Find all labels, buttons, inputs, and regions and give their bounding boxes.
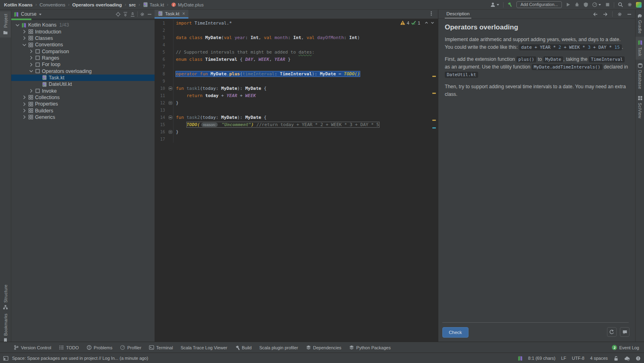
tree-item-classes[interactable]: Classes	[11, 35, 155, 41]
toolwindow-button-todo[interactable]: TODO	[59, 345, 79, 350]
breadcrumb-item-conventions[interactable]: Conventions	[39, 2, 65, 7]
tool-stripe-project[interactable]: Project	[0, 11, 11, 37]
line-separator[interactable]: LF	[561, 356, 566, 361]
highlighting-level-icon[interactable]	[636, 356, 641, 361]
settings-button[interactable]	[627, 2, 632, 7]
chevron-right-icon[interactable]	[21, 102, 27, 107]
error-stripe-mark[interactable]	[432, 93, 436, 94]
code-line[interactable]: 2	[155, 27, 438, 34]
chevron-down-icon[interactable]	[14, 23, 21, 28]
chevron-right-icon[interactable]	[28, 62, 34, 67]
tree-item-ranges[interactable]: Ranges	[11, 55, 155, 61]
breadcrumb-item-mydate-plus[interactable]: fMyDate.plus	[171, 2, 204, 7]
breadcrumb-item-task-kt[interactable]: Task.kt	[143, 2, 164, 7]
stop-button[interactable]	[605, 2, 610, 7]
chevron-down-icon[interactable]	[21, 42, 27, 48]
tree-item-introduction[interactable]: Introduction	[11, 28, 155, 35]
expand-all-icon[interactable]	[123, 12, 128, 17]
code-line[interactable]: 11 return today + YEAR + WEEK	[155, 92, 438, 99]
toolwindow-button-problems[interactable]: Problems	[87, 345, 112, 350]
breadcrumb-item-kotlin-koans[interactable]: Kotlin Koans	[4, 2, 33, 7]
file-encoding[interactable]: UTF-8	[572, 356, 584, 361]
next-task-icon[interactable]	[603, 12, 608, 17]
add-configuration-button[interactable]: Add Configuration...	[516, 1, 562, 8]
code-line[interactable]: 12}	[155, 99, 438, 106]
code-line[interactable]: 13	[155, 106, 438, 114]
tree-item-collections[interactable]: Collections	[11, 94, 155, 101]
tool-stripe-task[interactable]: Task	[636, 37, 644, 60]
tab-description[interactable]: Description	[445, 10, 471, 19]
fold-marker-icon[interactable]	[167, 87, 173, 90]
tool-window-toggle-icon[interactable]	[3, 356, 8, 361]
tool-stripe-database[interactable]: Database	[636, 60, 644, 92]
debug-button[interactable]	[574, 2, 580, 7]
code-line[interactable]: 8operator fun MyDate.plus(timeInterval: …	[155, 70, 438, 77]
code-line[interactable]: 9	[155, 77, 438, 85]
chevron-right-icon[interactable]	[28, 55, 34, 60]
tab-task-kt[interactable]: Task.kt ×	[155, 10, 188, 19]
toolwindow-button-python-packages[interactable]: Python Packages	[349, 345, 391, 350]
breadcrumb-item-src[interactable]: src	[129, 2, 136, 7]
tree-item-kotlin-koans[interactable]: Kotlin Koans1/43	[11, 22, 155, 28]
chevron-down-icon[interactable]	[28, 68, 34, 74]
status-message[interactable]: Space: Space packages are used in projec…	[12, 356, 148, 361]
fold-marker-icon[interactable]	[167, 116, 173, 119]
gear-icon[interactable]	[617, 12, 622, 17]
sync-icon[interactable]	[624, 356, 630, 361]
inspections-widget[interactable]: 4 1	[400, 20, 435, 25]
check-button[interactable]: Check	[442, 327, 469, 338]
event-log-button[interactable]: 2 Event Log	[612, 345, 639, 350]
chevron-right-icon[interactable]	[21, 114, 27, 120]
code-line[interactable]: 17	[155, 135, 438, 143]
prev-issue-icon[interactable]	[424, 21, 429, 25]
code-line[interactable]: 5// Supported intervals that might be ad…	[155, 48, 438, 56]
lock-icon[interactable]	[613, 356, 619, 361]
error-stripe-mark[interactable]	[432, 120, 436, 121]
tree-item-comparison[interactable]: Comparison	[11, 48, 155, 54]
code-line[interactable]: 14fun task2(today: MyDate): MyDate {	[155, 114, 438, 121]
next-issue-icon[interactable]	[430, 21, 435, 25]
code-line[interactable]: 16}	[155, 128, 438, 135]
tree-item-task-kt[interactable]: Task.kt	[11, 75, 155, 81]
profiler-button[interactable]	[592, 2, 601, 7]
breadcrumb-item-operators-overloading[interactable]: Operators overloading	[72, 2, 122, 7]
close-tab-icon[interactable]: ×	[182, 11, 185, 17]
chevron-right-icon[interactable]	[21, 108, 27, 113]
user-account-button[interactable]	[490, 2, 500, 7]
reset-task-button[interactable]	[607, 327, 617, 337]
tree-item-conventions[interactable]: Conventions	[11, 41, 155, 48]
code-line[interactable]: 6enum class TimeInterval { DAY, WEEK, YE…	[155, 56, 438, 63]
caret-down-icon[interactable]	[39, 12, 42, 16]
previous-task-icon[interactable]	[593, 12, 598, 17]
coverage-button[interactable]	[583, 2, 588, 7]
chevron-right-icon[interactable]	[21, 35, 27, 41]
toolwindow-button-dependencies[interactable]: Dependencies	[306, 345, 341, 350]
tool-stripe-gradle[interactable]: Gradle	[636, 10, 644, 37]
tree-item-properties[interactable]: Properties	[11, 101, 155, 107]
locate-file-icon[interactable]	[116, 12, 121, 17]
search-everywhere-button[interactable]	[618, 2, 623, 8]
fold-marker-icon[interactable]	[167, 130, 173, 134]
run-button[interactable]	[566, 2, 571, 7]
collapse-all-icon[interactable]	[130, 12, 135, 17]
tool-stripe-bookmarks[interactable]: Bookmarks	[0, 311, 11, 345]
gear-icon[interactable]	[140, 12, 145, 17]
tree-item-builders[interactable]: Builders	[11, 107, 155, 114]
build-project-button[interactable]	[507, 2, 513, 8]
chevron-right-icon[interactable]	[21, 95, 27, 100]
code-line[interactable]: 7	[155, 63, 438, 70]
code-line[interactable]: 1import TimeInterval.*	[155, 19, 438, 27]
tree-item-for-loop[interactable]: For loop	[11, 61, 155, 68]
code-line[interactable]: 4	[155, 41, 438, 48]
error-stripe-mark[interactable]	[432, 127, 436, 129]
toolwindow-button-build[interactable]: Build	[235, 345, 252, 350]
editor-body[interactable]: 1import TimeInterval.*23data class MyDat…	[155, 19, 438, 342]
toolwindow-button-scala-trace-log-viewer[interactable]: Scala Trace Log Viewer	[181, 345, 227, 350]
hide-panel-icon[interactable]	[147, 12, 152, 17]
chevron-right-icon[interactable]	[21, 29, 27, 34]
toolwindow-button-terminal[interactable]: Terminal	[149, 345, 173, 350]
toolwindow-button-scala-plugin-profiler[interactable]: Scala plugin profiler	[259, 345, 298, 350]
code-line[interactable]: 3data class MyDate(val year: Int, val mo…	[155, 34, 438, 41]
project-view-selector[interactable]: Course	[21, 11, 37, 17]
indent-setting[interactable]: 4 spaces	[590, 356, 608, 361]
